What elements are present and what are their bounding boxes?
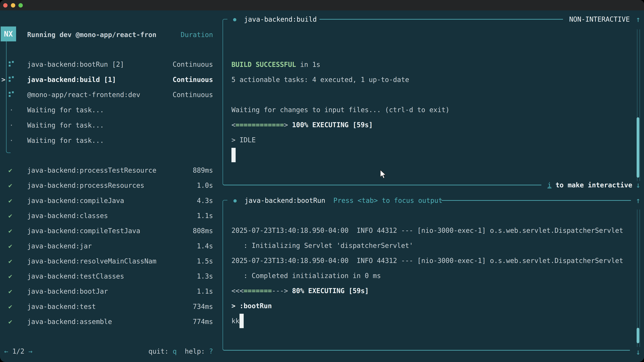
task-status: Continuous bbox=[172, 87, 213, 102]
check-icon: ✔ bbox=[8, 299, 12, 314]
terminal-window: NX Running dev @mono-app/react-fron Dura… bbox=[0, 0, 644, 362]
progress-fill: ======= bbox=[244, 287, 272, 295]
task-duration: 1.1s bbox=[197, 208, 213, 223]
pager-left-icon[interactable]: ← bbox=[4, 348, 8, 355]
task-name: java-backend:build [1] bbox=[27, 72, 116, 87]
block-cursor bbox=[232, 148, 236, 162]
task-duration: 1.3s bbox=[197, 269, 213, 284]
sidebar-header: Running dev @mono-app/react-fron Duratio… bbox=[0, 27, 222, 42]
mouse-cursor bbox=[380, 170, 388, 180]
task-name: java-backend:assemble bbox=[27, 314, 112, 329]
done-task-row[interactable]: ✔ java-backend:assemble 774ms bbox=[0, 314, 222, 329]
task-name: java-backend:jar bbox=[27, 239, 92, 254]
selected-arrow-icon: > bbox=[1, 72, 5, 87]
task-name: java-backend:resolveMainClassNam bbox=[27, 254, 156, 269]
task-name: java-backend:testClasses bbox=[27, 269, 124, 284]
check-icon: ✔ bbox=[8, 284, 12, 299]
done-task-row[interactable]: ✔ java-backend:compileJava 4.3s bbox=[0, 193, 222, 208]
key-hints: quit: q help: ? bbox=[148, 344, 213, 359]
log-line: : Completed initialization in 0 ms bbox=[232, 268, 381, 283]
waiting-dot-icon: · bbox=[10, 133, 14, 148]
focus-output-hint: Press <tab> to focus output bbox=[334, 197, 442, 204]
done-task-row[interactable]: ✔ java-backend:processResources 1.0s bbox=[0, 178, 222, 193]
log-line: : Initializing Servlet 'dispatcherServle… bbox=[232, 238, 413, 253]
task-duration: 889ms bbox=[193, 163, 213, 178]
titlebar bbox=[0, 0, 644, 10]
task-row-waiting[interactable]: · Waiting for task... bbox=[0, 102, 222, 117]
non-interactive-badge: NON-INTERACTIVE bbox=[569, 12, 630, 27]
check-icon: ✔ bbox=[8, 269, 12, 284]
build-success-text: BUILD SUCCESSFUL bbox=[232, 61, 296, 68]
spinner-icon bbox=[9, 92, 10, 94]
task-duration: 808ms bbox=[193, 223, 213, 238]
task-duration: 1.4s bbox=[197, 239, 213, 254]
check-icon: ✔ bbox=[8, 223, 12, 238]
task-row-build-selected[interactable]: > java-backend:build [1] Continuous bbox=[0, 72, 222, 87]
pager-right-icon[interactable]: → bbox=[28, 348, 32, 355]
spacer bbox=[325, 197, 334, 204]
scrollbar-thumb[interactable] bbox=[636, 328, 639, 343]
title-rule bbox=[442, 200, 631, 201]
progress-open: < bbox=[232, 121, 236, 129]
close-button[interactable] bbox=[3, 3, 8, 7]
title-rule bbox=[320, 19, 563, 19]
scrollbar-track[interactable] bbox=[637, 210, 640, 347]
task-row-frontend-dev[interactable]: @mono-app/react-frontend:dev Continuous bbox=[0, 87, 222, 102]
done-task-row[interactable]: ✔ java-backend:jar 1.4s bbox=[0, 239, 222, 254]
check-icon: ✔ bbox=[8, 178, 12, 193]
task-name: java-backend:test bbox=[27, 299, 96, 314]
task-name: java-backend:processResources bbox=[27, 178, 144, 193]
scroll-up-icon[interactable]: ↑ bbox=[634, 193, 642, 208]
check-icon: ✔ bbox=[8, 163, 12, 178]
maximize-button[interactable] bbox=[18, 3, 23, 7]
task-duration: 1.5s bbox=[197, 254, 213, 269]
done-task-row[interactable]: ✔ java-backend:test 734ms bbox=[0, 299, 222, 314]
progress-label: 100% EXECUTING [59s] bbox=[288, 121, 373, 129]
check-icon: ✔ bbox=[8, 314, 12, 329]
progress-open: <<< bbox=[232, 287, 244, 295]
task-name: java-backend:bootJar bbox=[27, 284, 108, 299]
scrollbar-thumb[interactable] bbox=[636, 117, 639, 178]
task-row-bootrun[interactable]: java-backend:bootRun [2] Continuous bbox=[0, 57, 222, 72]
progress-close: > bbox=[284, 121, 288, 129]
check-icon: ✔ bbox=[8, 208, 12, 223]
log-line: 2025-07-23T13:40:18.950-04:00 INFO 44312… bbox=[232, 223, 623, 238]
task-duration: 4.3s bbox=[197, 193, 213, 208]
task-row-waiting[interactable]: · Waiting for task... bbox=[0, 133, 222, 148]
spinner-icon bbox=[9, 77, 10, 79]
progress-fill: ============ bbox=[236, 121, 284, 129]
log-line: 2025-07-23T13:40:18.950-04:00 INFO 44312… bbox=[232, 253, 623, 268]
task-name: Waiting for task... bbox=[27, 118, 104, 133]
input-line: kk bbox=[232, 313, 240, 329]
task-name: java-backend:bootRun [2] bbox=[27, 57, 124, 72]
pager: ← 1/2 → bbox=[4, 344, 32, 359]
minimize-button[interactable] bbox=[11, 3, 15, 7]
help-key: ? bbox=[209, 348, 213, 355]
task-row-waiting[interactable]: · Waiting for task... bbox=[0, 118, 222, 133]
task-duration: 734ms bbox=[193, 299, 213, 314]
prompt-line: > :bootRun bbox=[232, 298, 272, 313]
done-task-row[interactable]: ✔ java-backend:processTestResource 889ms bbox=[0, 163, 222, 178]
task-status: Continuous bbox=[172, 72, 213, 87]
scroll-up-icon[interactable]: ↑ bbox=[634, 12, 642, 27]
task-name: java-backend:classes bbox=[27, 208, 108, 223]
done-task-row[interactable]: ✔ java-backend:testClasses 1.3s bbox=[0, 269, 222, 284]
tasks-summary-line: 5 actionable tasks: 4 executed, 1 up-to-… bbox=[232, 72, 409, 87]
check-icon: ✔ bbox=[8, 193, 12, 208]
waiting-line: Waiting for changes to input files... (c… bbox=[232, 102, 450, 117]
task-status: Continuous bbox=[172, 57, 213, 72]
build-success-line: BUILD SUCCESSFUL in 1s bbox=[232, 57, 320, 72]
task-duration: 774ms bbox=[193, 314, 213, 329]
done-task-row[interactable]: ✔ java-backend:resolveMainClassNam 1.5s bbox=[0, 254, 222, 269]
done-task-row[interactable]: ✔ java-backend:bootJar 1.1s bbox=[0, 284, 222, 299]
task-name: java-backend:compileJava bbox=[27, 193, 124, 208]
pager-label: 1/2 bbox=[12, 348, 24, 355]
sidebar-footer: ← 1/2 → quit: q help: ? bbox=[0, 344, 222, 359]
running-bullet-icon: ● bbox=[233, 12, 236, 27]
progress-label: 80% EXECUTING [59s] bbox=[288, 287, 369, 295]
done-task-row[interactable]: ✔ java-backend:compileTestJava 808ms bbox=[0, 223, 222, 238]
task-name: Waiting for task... bbox=[27, 133, 104, 148]
panel-title: java-backend:bootRun bbox=[244, 197, 325, 204]
task-name: java-backend:compileTestJava bbox=[27, 223, 140, 238]
done-task-row[interactable]: ✔ java-backend:classes 1.1s bbox=[0, 208, 222, 223]
